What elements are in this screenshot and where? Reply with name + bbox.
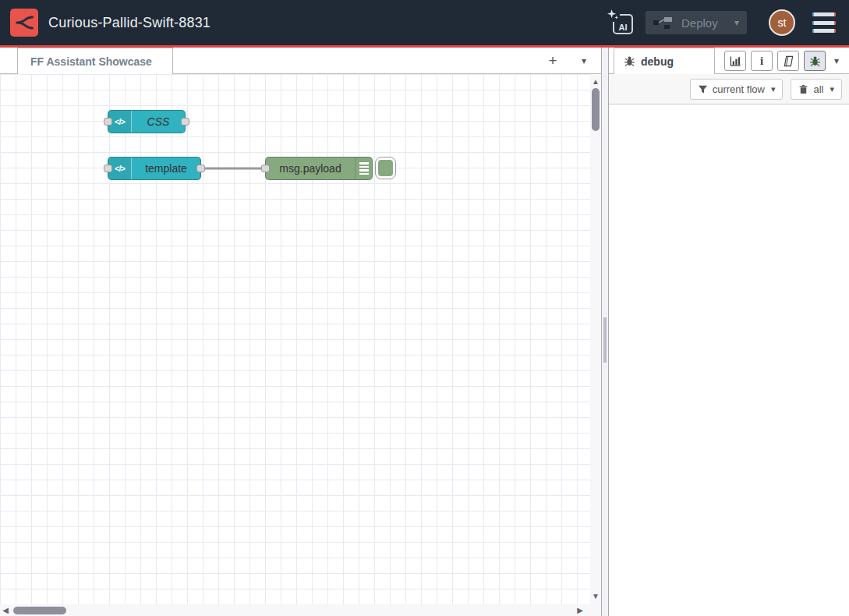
clear-label: all	[813, 83, 823, 95]
node-template[interactable]: </> template	[108, 157, 201, 180]
sidebar-tab-buttons: i	[724, 51, 826, 71]
deploy-label: Deploy	[681, 16, 718, 30]
canvas-vertical-scrollbar[interactable]: ▲ ▼	[590, 74, 601, 604]
horizontal-scroll-thumb[interactable]	[13, 607, 66, 614]
sidebar-options-caret-icon[interactable]: ▾	[829, 51, 844, 71]
scrollbar-corner	[590, 604, 601, 616]
clear-caret-icon: ▾	[830, 84, 834, 94]
deploy-nodes-icon	[653, 16, 672, 29]
node-label: template	[132, 158, 200, 179]
trash-icon	[798, 84, 808, 94]
node-label: msg.payload	[266, 158, 355, 179]
workspace-tab-bar: FF Assistant Showcase + ▾	[0, 48, 601, 74]
canvas-horizontal-scrollbar[interactable]: ◀ ▶	[0, 604, 590, 616]
sidebar-tab-debug[interactable]: debug	[614, 48, 715, 74]
vertical-scroll-thumb[interactable]	[592, 88, 600, 131]
node-input-port[interactable]	[261, 165, 270, 172]
app-header: Curious-Pallid-Swift-8831 AI	[0, 0, 849, 48]
deploy-button[interactable]: Deploy ▾	[646, 11, 747, 34]
filter-label: current flow	[713, 83, 765, 95]
node-label: CSS	[132, 111, 185, 133]
help-sidebar-button[interactable]	[777, 51, 799, 71]
sidebar-header: debug i	[609, 48, 849, 74]
user-avatar[interactable]: st	[769, 9, 795, 36]
node-red-editor: Curious-Pallid-Swift-8831 AI	[0, 0, 849, 616]
scroll-left-arrow[interactable]: ◀	[0, 604, 11, 615]
sparkle-icon	[607, 9, 620, 22]
book-icon	[783, 55, 794, 67]
deploy-caret-icon[interactable]: ▾	[734, 17, 739, 28]
bug-icon	[624, 55, 635, 67]
main-menu-button[interactable]	[812, 12, 836, 33]
debug-list-icon	[355, 158, 372, 179]
filter-caret-icon: ▾	[771, 84, 776, 94]
wire-layer	[0, 74, 590, 604]
flow-canvas[interactable]: </> CSS </> template msg.payload	[0, 74, 590, 604]
node-css[interactable]: </> CSS	[108, 110, 186, 133]
instance-title: Curious-Pallid-Swift-8831	[48, 15, 210, 31]
debug-message-list[interactable]	[609, 104, 849, 615]
ai-assistant-button[interactable]: AI	[607, 9, 635, 37]
workspace-tab-ff-assistant-showcase[interactable]: FF Assistant Showcase	[17, 48, 173, 74]
separator-drag-handle[interactable]	[603, 317, 607, 363]
add-flow-button[interactable]: +	[542, 51, 564, 71]
debug-clear-button[interactable]: all ▾	[791, 79, 842, 100]
node-input-port[interactable]	[104, 165, 112, 172]
branch-icon	[13, 12, 35, 34]
node-red-logo-icon[interactable]	[10, 9, 38, 37]
debug-sidebar: debug i	[609, 48, 849, 616]
sidebar-tab-label: debug	[641, 55, 674, 68]
node-debug-msg-payload[interactable]: msg.payload	[265, 157, 373, 180]
scroll-right-arrow[interactable]: ▶	[575, 604, 585, 615]
flow-list-caret-icon[interactable]: ▾	[576, 51, 592, 71]
debug-sidebar-button[interactable]	[804, 51, 826, 71]
hamburger-icon	[812, 12, 836, 16]
info-icon: i	[760, 55, 763, 68]
debug-enable-toggle[interactable]	[375, 157, 396, 179]
workspace-tab-label: FF Assistant Showcase	[30, 55, 152, 68]
bar-chart-icon	[730, 55, 741, 67]
info-sidebar-button[interactable]: i	[751, 51, 773, 71]
header-actions: AI Deploy ▾ st	[607, 9, 849, 37]
dashboard-chart-button[interactable]	[724, 51, 746, 71]
debug-toolbar: current flow ▾ all ▾	[609, 74, 849, 104]
node-input-port[interactable]	[104, 118, 112, 126]
scroll-up-arrow[interactable]: ▲	[590, 76, 601, 87]
filter-funnel-icon	[698, 84, 708, 94]
sidebar-resize-separator[interactable]	[601, 48, 609, 616]
node-output-port[interactable]	[181, 118, 189, 126]
debug-filter-button[interactable]: current flow ▾	[690, 79, 784, 100]
scroll-down-arrow[interactable]: ▼	[590, 590, 601, 601]
bug-icon	[809, 55, 821, 67]
node-output-port[interactable]	[196, 165, 205, 172]
